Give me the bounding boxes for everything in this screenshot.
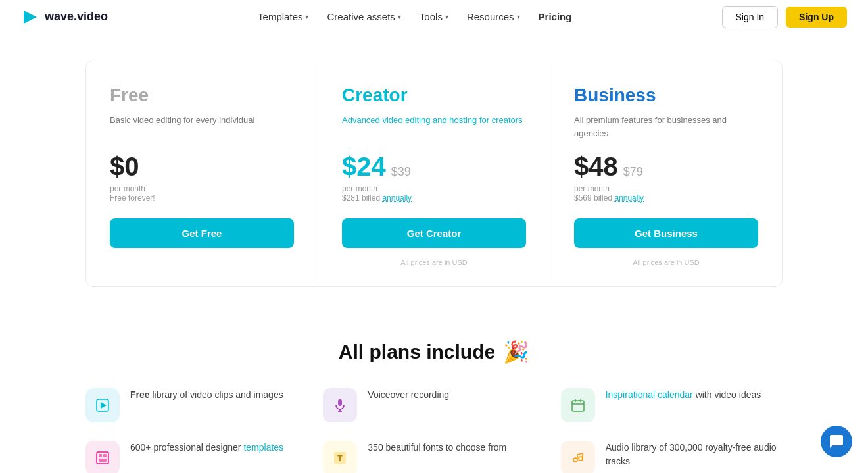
get-business-button[interactable]: Get Business	[574, 218, 758, 248]
feature-voiceover-text: Voiceover recording	[368, 388, 449, 402]
plan-creator: Creator Advanced video editing and hosti…	[318, 61, 550, 286]
svg-rect-12	[103, 454, 107, 457]
nav-tools[interactable]: Tools ▾	[420, 11, 448, 22]
features-grid: Free library of video clips and images V…	[85, 388, 783, 473]
feature-audio: Audio library of 300,000 royalty-free au…	[561, 441, 783, 473]
plan-business-period: per month	[574, 184, 758, 193]
plan-business-desc: All premium features for businesses and …	[574, 114, 758, 140]
svg-point-16	[573, 458, 577, 462]
feature-templates-text: 600+ professional designer templates	[130, 441, 283, 455]
svg-line-20	[577, 453, 583, 455]
svg-rect-3	[338, 399, 342, 406]
plan-creator-note: All prices are in USD	[342, 259, 526, 266]
plan-creator-billing: $281 billed annually	[342, 193, 526, 203]
plan-business-billing: $569 billed annually	[574, 193, 758, 203]
chevron-down-icon: ▾	[398, 13, 401, 20]
plan-business: Business All premium features for busine…	[550, 61, 782, 286]
sign-in-button[interactable]: Sign In	[722, 6, 779, 28]
all-plans-header: All plans include 🎉	[85, 339, 783, 364]
feature-free-library: Free library of video clips and images	[85, 388, 307, 422]
nav-creative-assets[interactable]: Creative assets ▾	[327, 11, 400, 22]
chevron-down-icon: ▾	[305, 13, 308, 20]
play-icon	[85, 388, 120, 422]
calendar-icon	[561, 388, 595, 422]
svg-point-17	[579, 457, 583, 461]
plan-business-name: Business	[574, 85, 758, 106]
svg-rect-11	[99, 454, 102, 457]
chevron-down-icon: ▾	[517, 13, 520, 20]
chat-bubble[interactable]	[821, 426, 852, 457]
nav-templates[interactable]: Templates ▾	[258, 11, 308, 22]
plan-creator-price-old: $39	[391, 165, 411, 179]
sign-up-button[interactable]: Sign Up	[786, 7, 847, 28]
nav-resources[interactable]: Resources ▾	[467, 11, 520, 22]
templates-link[interactable]: templates	[243, 442, 283, 453]
feature-calendar-text: Inspirational calendar with video ideas	[606, 388, 761, 402]
inspirational-calendar-link[interactable]: Inspirational calendar	[606, 389, 693, 400]
svg-text:T: T	[337, 453, 343, 463]
feature-free-library-text: Free library of video clips and images	[130, 388, 283, 402]
audio-icon	[561, 441, 595, 473]
nav-pricing[interactable]: Pricing	[539, 11, 572, 22]
plan-creator-name: Creator	[342, 85, 526, 106]
svg-marker-0	[24, 11, 37, 24]
feature-fonts: T 350 beautiful fonts to choose from	[323, 441, 544, 473]
svg-rect-13	[99, 459, 107, 462]
feature-voiceover: Voiceover recording	[323, 388, 544, 422]
plans-container: Free Basic video editing for every indiv…	[85, 61, 783, 287]
all-plans-title: All plans include	[339, 341, 495, 363]
templates-icon	[85, 441, 120, 473]
all-plans-section: All plans include 🎉 Free library of vide…	[72, 326, 796, 473]
microphone-icon	[323, 388, 357, 422]
plan-business-price-row: $48 $79	[574, 152, 758, 182]
plan-free: Free Basic video editing for every indiv…	[86, 61, 318, 286]
business-billing-link[interactable]: annually	[614, 193, 644, 203]
get-creator-button[interactable]: Get Creator	[342, 218, 526, 248]
chat-icon	[829, 434, 844, 449]
plan-creator-period: per month	[342, 184, 526, 193]
feature-calendar: Inspirational calendar with video ideas	[561, 388, 783, 422]
plan-creator-desc: Advanced video editing and hosting for c…	[342, 114, 526, 140]
navbar: wave.video Templates ▾ Creative assets ▾…	[0, 0, 868, 34]
logo-text: wave.video	[45, 10, 108, 24]
feature-audio-text: Audio library of 300,000 royalty-free au…	[606, 441, 783, 468]
feature-templates: 600+ professional designer templates	[85, 441, 307, 473]
logo-icon	[21, 8, 39, 26]
plan-free-name: Free	[110, 85, 294, 106]
nav-links: Templates ▾ Creative assets ▾ Tools ▾ Re…	[258, 11, 571, 22]
all-plans-emoji: 🎉	[503, 339, 529, 364]
svg-marker-2	[101, 402, 107, 409]
plan-free-price-row: $0	[110, 152, 294, 182]
plan-creator-price: $24	[342, 152, 386, 182]
pricing-section: Free Basic video editing for every indiv…	[72, 34, 796, 300]
fonts-icon: T	[323, 441, 357, 473]
plan-creator-price-row: $24 $39	[342, 152, 526, 182]
plan-free-price: $0	[110, 152, 139, 182]
chevron-down-icon: ▾	[445, 13, 448, 20]
plan-free-period: per month	[110, 184, 294, 193]
plan-free-billing: Free forever!	[110, 193, 294, 203]
svg-rect-6	[572, 401, 584, 411]
svg-rect-10	[97, 452, 108, 464]
plan-business-price-old: $79	[623, 165, 643, 179]
logo[interactable]: wave.video	[21, 8, 108, 26]
nav-actions: Sign In Sign Up	[722, 6, 847, 28]
plan-free-desc: Basic video editing for every individual	[110, 114, 294, 140]
feature-fonts-text: 350 beautiful fonts to choose from	[368, 441, 506, 455]
get-free-button[interactable]: Get Free	[110, 218, 294, 248]
plan-business-note: All prices are in USD	[574, 259, 758, 266]
creator-billing-link[interactable]: annually	[382, 193, 412, 203]
plan-business-price: $48	[574, 152, 618, 182]
